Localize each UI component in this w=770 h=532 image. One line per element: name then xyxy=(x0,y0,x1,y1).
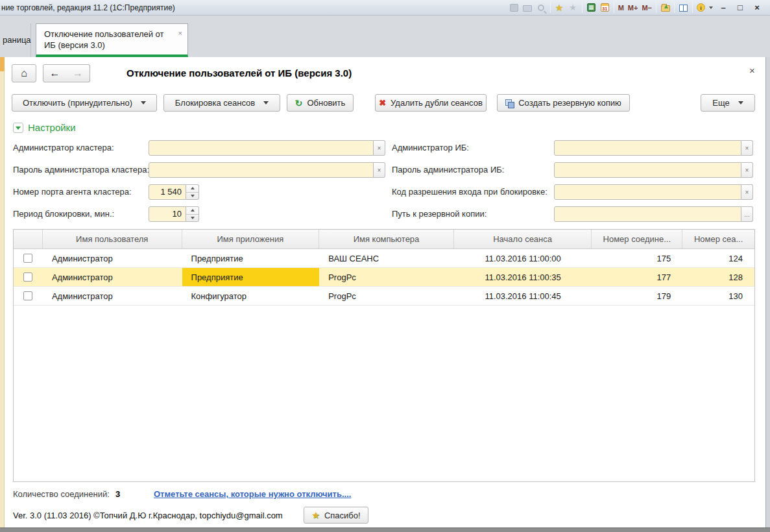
calculator-icon[interactable]: ▦ xyxy=(586,3,596,12)
more-button[interactable]: Еще xyxy=(701,94,755,112)
separator xyxy=(656,3,656,13)
delete-duplicates-label: Удалить дубли сеансов xyxy=(391,98,483,108)
cluster-admin-password-input[interactable] xyxy=(149,162,374,178)
chevron-down-icon xyxy=(263,101,269,104)
close-window-button[interactable]: × xyxy=(751,3,764,12)
info-icon[interactable]: i xyxy=(697,3,705,12)
cell-user[interactable]: Администратор xyxy=(43,287,182,305)
window-title: ние торговлей, редакция 11.2 (1С:Предпри… xyxy=(0,3,175,12)
disconnect-button[interactable]: Отключить (принудительно) xyxy=(12,94,157,112)
favorites-add-icon[interactable]: ★ xyxy=(555,3,564,12)
calendar-icon[interactable]: 31 xyxy=(600,3,610,12)
cell-start[interactable]: 11.03.2016 11:00:35 xyxy=(454,268,592,286)
table-row[interactable]: Администратор Предприятие ВАШ СЕАНС 11.0… xyxy=(14,249,754,268)
form-close-icon[interactable]: × xyxy=(749,65,755,76)
cell-user[interactable]: Администратор xyxy=(43,268,182,286)
tab-start-page-partial[interactable]: раница xyxy=(0,23,31,57)
favorites-icon[interactable]: ★ xyxy=(568,3,578,12)
print-preview-icon[interactable] xyxy=(536,3,546,12)
memory-plus-button[interactable]: М+ xyxy=(628,4,638,12)
lock-access-code-input[interactable] xyxy=(554,184,741,200)
refresh-icon: ↻ xyxy=(295,98,303,108)
minimize-button[interactable]: – xyxy=(717,3,730,12)
tab-close-icon[interactable]: × xyxy=(178,28,182,39)
split-window-icon[interactable] xyxy=(679,3,688,12)
clear-field-button[interactable]: × xyxy=(741,184,753,200)
cell-session[interactable]: 128 xyxy=(682,268,754,286)
ib-admin-field-group: × xyxy=(554,140,753,156)
header-session-number[interactable]: Номер сеа... xyxy=(682,230,754,248)
info-dropdown-caret-icon[interactable] xyxy=(709,6,713,9)
left-panel-strip-handle[interactable] xyxy=(0,57,5,71)
cluster-admin-input[interactable] xyxy=(149,140,374,156)
cell-computer[interactable]: ProgPc xyxy=(319,287,454,305)
clear-field-button[interactable]: × xyxy=(374,140,385,156)
table-row-selected[interactable]: Администратор Предприятие ProgPc 11.03.2… xyxy=(14,268,754,287)
cell-app[interactable]: Конфигуратор xyxy=(182,287,320,305)
save-icon[interactable] xyxy=(509,3,519,12)
header-app-name[interactable]: Имя приложения xyxy=(182,230,320,248)
spinner-down-icon[interactable] xyxy=(186,215,199,222)
cell-start[interactable]: 11.03.2016 11:00:00 xyxy=(454,249,592,267)
table-row[interactable]: Администратор Конфигуратор ProgPc 11.03.… xyxy=(14,287,754,306)
header-connection-number[interactable]: Номер соедине... xyxy=(592,230,682,248)
browse-path-button[interactable]: ... xyxy=(741,206,753,222)
memory-minus-button[interactable]: М− xyxy=(642,4,652,12)
header-computer-name[interactable]: Имя компьютера xyxy=(319,230,454,248)
open-folder-icon[interactable] xyxy=(660,3,670,12)
back-button[interactable]: ← xyxy=(43,64,67,82)
clear-field-button[interactable]: × xyxy=(741,140,753,156)
row-checkbox[interactable] xyxy=(23,291,32,300)
block-sessions-button[interactable]: Блокировка сеансов xyxy=(163,94,280,112)
home-button[interactable]: ⌂ xyxy=(12,64,36,82)
cluster-agent-port-input[interactable]: 1 540 xyxy=(149,184,186,200)
left-panel-strip xyxy=(0,57,5,527)
thanks-button[interactable]: ★ Спасибо! xyxy=(304,507,368,524)
tab-active[interactable]: Отключение пользователей от ИБ (версия 3… xyxy=(36,23,188,57)
maximize-button[interactable]: □ xyxy=(734,3,747,12)
header-user-name[interactable]: Имя пользователя xyxy=(43,230,182,248)
star-icon: ★ xyxy=(311,510,320,520)
period-spinner xyxy=(186,206,199,222)
thanks-label: Спасибо! xyxy=(324,511,361,520)
cell-app[interactable]: Предприятие xyxy=(182,249,320,267)
lock-period-field-group: 10 xyxy=(149,206,199,222)
mark-sessions-hint-link[interactable]: Отметьте сеансы, которые нужно отключить… xyxy=(154,489,351,499)
cell-computer[interactable]: ВАШ СЕАНС xyxy=(319,249,454,267)
spinner-up-icon[interactable] xyxy=(186,185,199,193)
memory-recall-button[interactable]: М xyxy=(618,4,624,12)
forward-button[interactable]: → xyxy=(66,64,90,82)
ib-admin-input[interactable] xyxy=(554,140,741,156)
row-checkbox[interactable] xyxy=(23,254,32,263)
lock-period-input[interactable]: 10 xyxy=(149,206,186,222)
print-icon[interactable] xyxy=(523,3,533,12)
header-checkbox-column[interactable] xyxy=(14,230,43,248)
refresh-button[interactable]: ↻Обновить xyxy=(287,94,354,112)
cell-computer[interactable]: ProgPc xyxy=(319,268,454,286)
cell-connection[interactable]: 179 xyxy=(592,287,682,305)
cell-session[interactable]: 130 xyxy=(682,287,754,305)
spinner-down-icon[interactable] xyxy=(186,193,199,200)
backup-path-input[interactable] xyxy=(554,206,741,222)
clear-field-button[interactable]: × xyxy=(374,162,385,178)
cell-user[interactable]: Администратор xyxy=(43,249,182,267)
window-titlebar: ние торговлей, редакция 11.2 (1С:Предпри… xyxy=(0,0,770,16)
cell-connection[interactable]: 175 xyxy=(592,249,682,267)
cell-connection[interactable]: 177 xyxy=(592,268,682,286)
delete-duplicates-button[interactable]: ✖Удалить дубли сеансов xyxy=(375,94,487,112)
cell-session[interactable]: 124 xyxy=(682,249,754,267)
cell-start[interactable]: 11.03.2016 11:00:45 xyxy=(454,287,592,305)
more-label: Еще xyxy=(712,98,729,108)
separator xyxy=(582,3,583,13)
lock-access-code-label: Код разрешения входа при блокировке: xyxy=(392,184,547,200)
ib-admin-password-input[interactable] xyxy=(554,162,741,178)
spinner-up-icon[interactable] xyxy=(186,207,199,215)
header-session-start[interactable]: Начало сеанса xyxy=(454,230,592,248)
row-checkbox[interactable] xyxy=(23,272,32,282)
titlebar-icons: ★ ★ ▦ 31 М М+ М− i – □ × xyxy=(509,0,770,16)
separator xyxy=(614,3,614,13)
clear-field-button[interactable]: × xyxy=(741,162,753,178)
settings-collapse-icon[interactable] xyxy=(13,123,23,133)
cell-app-selected[interactable]: Предприятие xyxy=(182,268,320,286)
create-backup-button[interactable]: Создать резервную копию xyxy=(497,94,630,112)
